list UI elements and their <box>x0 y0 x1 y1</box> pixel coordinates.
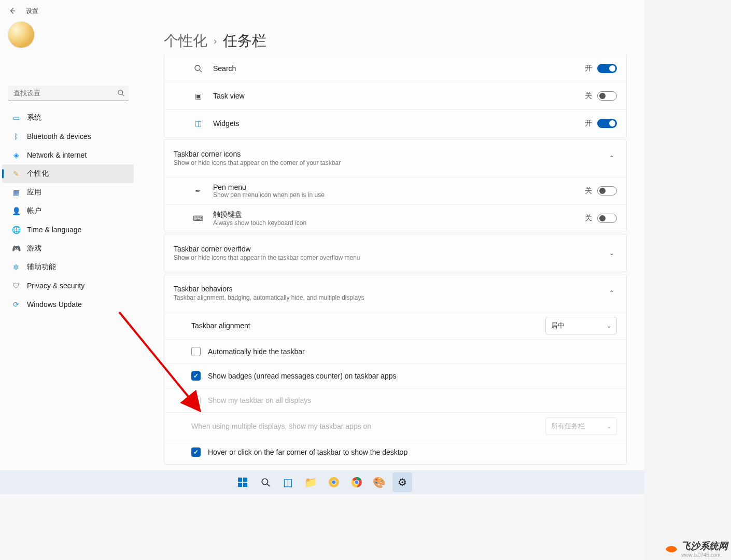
touch-keyboard-toggle[interactable] <box>597 214 617 223</box>
row-label: Search <box>213 64 585 73</box>
chevron-down-icon: ⌄ <box>607 423 611 430</box>
row-alignment: Taskbar alignment 居中 ⌄ <box>164 312 626 339</box>
breadcrumb-current: 任务栏 <box>223 31 266 51</box>
shield-icon: 🛡 <box>10 281 22 291</box>
taskbar-explorer-button[interactable]: 📁 <box>301 472 321 492</box>
corner-icons-header[interactable]: Taskbar corner icons Show or hide icons … <box>164 139 626 177</box>
brush-icon: ✎ <box>10 169 22 179</box>
row-search: Search 开 <box>164 55 626 82</box>
search-input[interactable] <box>8 86 129 101</box>
toggle-state: 关 <box>585 186 592 195</box>
content-area: 个性化 › 任务栏 Search 开 ▣ Task view 关 ◫ Widge <box>164 31 627 494</box>
nav-personalization[interactable]: ✎个性化 <box>2 164 134 183</box>
autohide-checkbox[interactable] <box>191 347 201 356</box>
nav-windows-update[interactable]: ⟳Windows Update <box>2 295 134 314</box>
overflow-header: Taskbar corner overflow Show or hide ico… <box>164 234 626 272</box>
row-label: Taskbar alignment <box>191 321 545 330</box>
taskbar-paint-button[interactable]: 🎨 <box>370 472 389 492</box>
dropdown-value: 居中 <box>551 321 565 330</box>
row-label: Task view <box>213 92 585 100</box>
row-badges[interactable]: Show badges (unread messages counter) on… <box>164 364 626 388</box>
section-desc: Taskbar alignment, badging, automaticall… <box>174 294 607 301</box>
pen-icon: ✒ <box>190 187 206 195</box>
section-desc: Show or hide icons that appear on the co… <box>174 159 607 166</box>
svg-point-0 <box>118 90 123 95</box>
windows-taskbar: ◫ 📁 🎨 ⚙ <box>0 470 644 494</box>
row-autohide[interactable]: Automatically hide the taskbar <box>164 340 626 363</box>
corner-icons-panel: Taskbar corner icons Show or hide icons … <box>164 139 627 232</box>
settings-window: 设置 ▭系统 ᛒBluetooth & devices ◈Network & i… <box>0 0 644 494</box>
row-label: Show my taskbar on all displays <box>208 396 311 404</box>
toggle-state: 关 <box>585 91 592 101</box>
row-widgets: ◫ Widgets 开 <box>164 110 626 137</box>
row-pen-menu: ✒ Pen menu Show pen menu icon when pen i… <box>164 177 626 204</box>
arrow-left-icon <box>9 7 16 15</box>
row-desc: Show pen menu icon when pen is in use <box>213 191 585 199</box>
chevron-down-icon: ⌄ <box>607 249 617 257</box>
nav-accessibility[interactable]: ✲辅助功能 <box>2 258 134 276</box>
nav-time-language[interactable]: 🌐Time & language <box>2 220 134 239</box>
windows-icon <box>237 477 248 487</box>
taskbar-settings-button[interactable]: ⚙ <box>392 472 412 492</box>
row-multi-displays: When using multiple displays, show my ta… <box>164 413 626 440</box>
nav-network[interactable]: ◈Network & internet <box>2 146 134 164</box>
nav-privacy[interactable]: 🛡Privacy & security <box>2 276 134 295</box>
nav-apps[interactable]: ▦应用 <box>2 183 134 202</box>
globe-icon: 🌐 <box>10 225 22 235</box>
row-label: Hover or click on the far corner of task… <box>208 448 407 456</box>
nav-accounts[interactable]: 👤帐户 <box>2 202 134 220</box>
taskview-toggle[interactable] <box>597 91 617 101</box>
taskbar-widgets-button[interactable]: ◫ <box>278 472 298 492</box>
badges-checkbox[interactable] <box>191 371 201 381</box>
widgets-toggle[interactable] <box>597 119 617 128</box>
widgets-icon: ◫ <box>190 119 206 128</box>
row-label: Show badges (unread messages counter) on… <box>208 372 396 380</box>
row-desc: Always show touch keyboard icon <box>213 219 585 227</box>
toggle-state: 开 <box>585 64 592 73</box>
svg-rect-5 <box>238 483 242 487</box>
taskview-icon: ▣ <box>190 92 206 100</box>
nav-label: Privacy & security <box>27 282 85 290</box>
taskbar-items-panel: Search 开 ▣ Task view 关 ◫ Widgets 开 <box>164 55 627 137</box>
start-button[interactable] <box>233 472 252 492</box>
titlebar: 设置 <box>0 0 644 22</box>
svg-point-1 <box>195 65 200 71</box>
user-account-row[interactable] <box>0 22 136 48</box>
breadcrumb-parent[interactable]: 个性化 <box>164 31 207 51</box>
chevron-right-icon: › <box>214 36 217 47</box>
row-label: 触摸键盘 <box>213 210 585 219</box>
taskbar-chrome-canary-button[interactable] <box>324 472 344 492</box>
hover-corner-checkbox[interactable] <box>191 447 201 457</box>
nav-bluetooth[interactable]: ᛒBluetooth & devices <box>2 127 134 146</box>
watermark-url: www.fs0745.com <box>681 552 728 558</box>
svg-rect-3 <box>238 478 242 482</box>
watermark-icon <box>665 542 678 556</box>
row-all-displays: Show my taskbar on all displays <box>164 388 626 412</box>
overflow-panel[interactable]: Taskbar corner overflow Show or hide ico… <box>164 234 627 272</box>
nav-label: 游戏 <box>27 244 41 253</box>
nav-system[interactable]: ▭系统 <box>2 108 134 127</box>
keyboard-icon: ⌨ <box>190 214 206 222</box>
watermark-brand: 飞沙系统网 <box>681 540 728 552</box>
row-taskview: ▣ Task view 关 <box>164 82 626 109</box>
row-hover-corner[interactable]: Hover or click on the far corner of task… <box>164 440 626 464</box>
chrome-icon <box>328 477 340 488</box>
behaviors-panel: Taskbar behaviors Taskbar alignment, bad… <box>164 274 627 465</box>
behaviors-header[interactable]: Taskbar behaviors Taskbar alignment, bad… <box>164 274 626 312</box>
section-title: Taskbar corner icons <box>174 150 607 158</box>
taskbar-chrome-button[interactable] <box>347 472 367 492</box>
search-toggle[interactable] <box>597 64 617 73</box>
alignment-dropdown[interactable]: 居中 ⌄ <box>545 317 617 334</box>
all-displays-checkbox <box>191 396 201 405</box>
breadcrumb: 个性化 › 任务栏 <box>164 31 627 51</box>
chevron-down-icon: ⌄ <box>607 323 611 329</box>
back-button[interactable] <box>7 6 18 16</box>
pen-toggle[interactable] <box>597 186 617 195</box>
watermark-logo: 飞沙系统网 www.fs0745.com <box>665 540 728 558</box>
avatar <box>8 22 34 48</box>
nav-gaming[interactable]: 🎮游戏 <box>2 239 134 258</box>
nav-list: ▭系统 ᛒBluetooth & devices ◈Network & inte… <box>0 108 136 314</box>
chrome-icon <box>351 477 362 488</box>
svg-point-7 <box>262 479 268 484</box>
taskbar-search-button[interactable] <box>256 472 275 492</box>
